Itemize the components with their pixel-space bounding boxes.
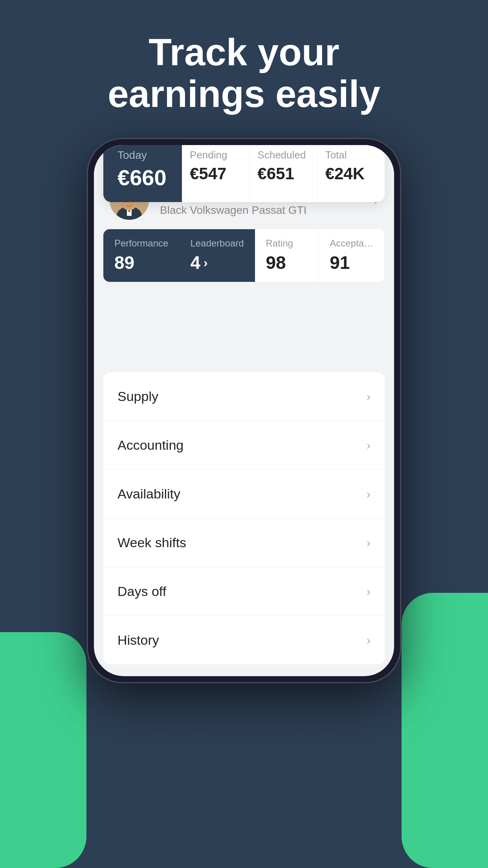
stats-row: Performance 89 Leaderboard 4 › Rating 98…: [103, 229, 385, 282]
earnings-today: Today €660: [103, 145, 182, 202]
leaderboard-arrow-icon: ›: [204, 256, 208, 270]
menu-item-availability[interactable]: Availability ›: [103, 470, 385, 519]
phone-inner: Alex Smith Black Volkswagen Passat GTI ›…: [94, 145, 394, 676]
stat-rating: Rating 98: [255, 229, 319, 282]
stat-acceptance: Accepta… 91: [319, 229, 385, 282]
bg-green-left: [0, 632, 86, 868]
earnings-scheduled-value: €651: [257, 164, 309, 183]
svg-point-16: [128, 203, 130, 204]
stat-leaderboard-value: 4 ›: [190, 252, 244, 273]
stat-leaderboard[interactable]: Leaderboard 4 ›: [179, 229, 255, 282]
history-chevron-icon: ›: [367, 634, 371, 647]
days-off-chevron-icon: ›: [367, 585, 371, 598]
menu-item-week-shifts-label: Week shifts: [117, 535, 186, 550]
stat-performance-value: 89: [114, 252, 168, 273]
earnings-total: Total €24K: [317, 145, 385, 202]
stat-performance-label: Performance: [114, 238, 168, 249]
earnings-today-value: €660: [117, 165, 168, 190]
menu-item-days-off[interactable]: Days off ›: [103, 567, 385, 616]
menu-item-days-off-label: Days off: [117, 584, 166, 599]
menu-item-history[interactable]: History ›: [103, 616, 385, 664]
earnings-others: Pending €547 Scheduled €651 Total €24K: [182, 145, 385, 202]
earnings-pending: Pending €547: [182, 145, 250, 202]
earnings-total-value: €24K: [325, 164, 377, 183]
menu-item-week-shifts[interactable]: Week shifts ›: [103, 519, 385, 567]
phone-frame: Alex Smith Black Volkswagen Passat GTI ›…: [87, 138, 401, 683]
stat-acceptance-label: Accepta…: [330, 238, 373, 249]
menu-item-accounting-label: Accounting: [117, 438, 183, 453]
menu-item-history-label: History: [117, 633, 159, 648]
menu-item-supply[interactable]: Supply ›: [103, 372, 385, 421]
earnings-today-label: Today: [117, 149, 168, 162]
supply-chevron-icon: ›: [367, 390, 371, 403]
earnings-scheduled: Scheduled €651: [250, 145, 317, 202]
earnings-pending-label: Pending: [190, 149, 241, 161]
bg-green-right: [402, 593, 488, 868]
menu-item-supply-label: Supply: [117, 389, 158, 404]
availability-chevron-icon: ›: [367, 487, 371, 501]
hero-title: Track yourearnings easily: [108, 31, 380, 114]
week-shifts-chevron-icon: ›: [367, 536, 371, 550]
stat-rating-value: 98: [266, 252, 308, 273]
stat-performance: Performance 89: [103, 229, 179, 282]
earnings-card: Today €660 Pending €547 Scheduled €651 T…: [103, 145, 385, 202]
menu-item-availability-label: Availability: [117, 486, 180, 502]
stat-leaderboard-label: Leaderboard: [190, 238, 244, 249]
earnings-total-label: Total: [325, 149, 377, 161]
menu-list: Supply › Accounting › Availability › Wee…: [103, 372, 385, 664]
profile-car: Black Volkswagen Passat GTI: [160, 204, 307, 217]
menu-item-accounting[interactable]: Accounting ›: [103, 421, 385, 470]
stat-acceptance-value: 91: [330, 252, 373, 273]
earnings-section: Today €660 Pending €547 Scheduled €651 T…: [94, 282, 394, 372]
accounting-chevron-icon: ›: [367, 439, 371, 452]
stat-rating-label: Rating: [266, 238, 308, 249]
earnings-scheduled-label: Scheduled: [257, 149, 309, 161]
earnings-pending-value: €547: [190, 164, 241, 183]
